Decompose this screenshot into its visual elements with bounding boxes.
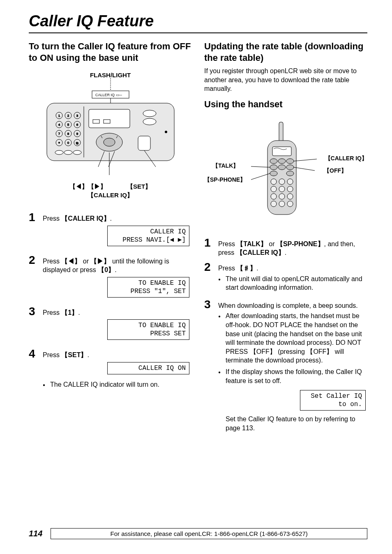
left-step-3: 3 Press 【1】. TO ENABLE IQ PRESS SET: [29, 306, 192, 344]
svg-point-36: [104, 138, 115, 146]
svg-text:⧉: ⧉: [76, 141, 78, 145]
left-step-1: 1 Press 【CALLER IQ】. CALLER IQ PRESS NAV…: [29, 212, 192, 250]
svg-point-66: [287, 194, 293, 199]
step-number: 2: [29, 254, 43, 266]
handset-diagram: 【TALK】 【SP-PHONE】 【CALLER IQ】 【OFF】: [204, 118, 367, 225]
svg-point-54: [278, 165, 286, 170]
assistance-box: For assistance, please call openLCR: 1-8…: [51, 528, 367, 539]
svg-point-58: [271, 179, 277, 185]
caller-iq-indicator-text: CALLER IQ ▭─: [95, 93, 122, 97]
step-number: 3: [29, 306, 43, 317]
right-step-3: 3 When downloading is complete, a beep s…: [204, 299, 367, 433]
svg-point-53: [270, 165, 277, 170]
sp-phone-label: 【SP-PHONE】: [204, 176, 246, 184]
lcd-display: CALLER IQ PRESS NAVI.[◀ ▶]: [107, 226, 189, 246]
svg-point-67: [271, 201, 277, 207]
nav-arrows-label: 【◀】【▶】: [69, 183, 106, 191]
svg-point-62: [279, 186, 285, 192]
svg-line-72: [294, 159, 317, 161]
step-text-after: .: [110, 215, 112, 222]
left-column: To turn the Caller IQ feature from OFF t…: [29, 41, 192, 436]
svg-line-73: [294, 167, 315, 171]
svg-text:7: 7: [58, 132, 60, 136]
talk-label: 【TALK】: [212, 162, 239, 170]
svg-point-42: [165, 131, 167, 133]
right-step-1: 1 Press 【TALK】 or 【SP-PHONE】, and then, …: [204, 237, 367, 257]
step-bullet: The CALLER IQ indicator will turn on.: [50, 380, 192, 389]
svg-text:3: 3: [76, 114, 78, 118]
lcd-display: CALLER IQ ON: [107, 362, 189, 374]
svg-line-71: [251, 173, 270, 180]
set-button-ref: 【SET】: [61, 351, 87, 358]
svg-text:2: 2: [67, 114, 69, 118]
left-step-2: 2 Press 【◀】 or 【▶】 until the following i…: [29, 254, 192, 302]
svg-point-39: [143, 110, 156, 117]
right-heading-2: Using the handset: [204, 99, 367, 110]
lcd-display: TO ENABLE IQ PRESS "1", SET: [107, 277, 189, 298]
svg-point-69: [287, 201, 293, 207]
svg-point-50: [270, 159, 277, 164]
svg-point-28: [55, 150, 63, 155]
step-text: When downloading is complete, a beep sou…: [218, 302, 358, 309]
off-label: 【OFF】: [324, 167, 347, 175]
svg-point-56: [270, 171, 277, 176]
step-text: Press: [43, 309, 61, 316]
step-tail-text: Set the Caller IQ feature to on by refer…: [218, 415, 367, 432]
step-text: Press: [43, 215, 61, 222]
svg-text:1: 1: [58, 114, 60, 118]
svg-point-57: [286, 171, 294, 176]
lcd-display: Set Caller IQ to on.: [300, 390, 366, 411]
flash-light-label: FLASH/LIGHT: [29, 72, 192, 78]
caller-iq-button-ref: 【CALLER IQ】: [61, 215, 110, 222]
svg-rect-32: [89, 109, 130, 128]
step-bullet: The unit will dial to openLCR automatica…: [226, 275, 367, 292]
step-number: 4: [29, 348, 43, 360]
step-number: 3: [204, 299, 218, 310]
step-number: 1: [29, 212, 43, 223]
step-number: 1: [204, 237, 218, 249]
svg-text:9: 9: [76, 132, 78, 136]
svg-point-51: [278, 159, 286, 164]
step-text: Press 【♯】.: [218, 265, 258, 272]
caller-iq-btn-label: 【CALLER IQ】: [29, 192, 192, 199]
two-column-layout: To turn the Caller IQ feature from OFF t…: [29, 41, 367, 436]
svg-point-52: [286, 159, 294, 164]
step-text: Press: [43, 351, 61, 358]
svg-point-40: [143, 118, 156, 125]
svg-rect-47: [279, 122, 283, 143]
svg-point-60: [287, 179, 293, 185]
step-bullet: After downloading starts, the handset mu…: [226, 312, 367, 365]
svg-point-68: [279, 201, 285, 207]
intro-text: If you register through openLCR web site…: [204, 67, 367, 93]
svg-point-65: [279, 194, 285, 199]
one-button-ref: 【1】: [61, 309, 78, 316]
svg-text:6: 6: [76, 123, 78, 127]
right-step-2: 2 Press 【♯】. The unit will dial to openL…: [204, 261, 367, 295]
right-column: Updating the rate table (downloading the…: [204, 41, 367, 436]
svg-point-29: [64, 150, 72, 155]
left-step-4: 4 Press 【SET】. CALLER IQ ON The CALLER I…: [29, 348, 192, 391]
svg-text:8: 8: [67, 132, 69, 136]
right-heading-1: Updating the rate table (downloading the…: [204, 41, 367, 63]
step-bullet: If the display shows the following, the …: [226, 367, 367, 385]
svg-point-55: [286, 165, 294, 170]
step-text-after: .: [87, 351, 89, 358]
lcd-display: TO ENABLE IQ PRESS SET: [107, 319, 189, 340]
svg-text:0: 0: [67, 141, 69, 145]
svg-text:4: 4: [58, 123, 60, 127]
page-footer: 114 For assistance, please call openLCR:…: [29, 528, 367, 539]
svg-point-64: [271, 194, 277, 199]
caller-iq-label: 【CALLER IQ】: [325, 155, 367, 162]
step-text-after: .: [78, 309, 80, 316]
step-text: Press 【TALK】 or 【SP-PHONE】, and then, pr…: [218, 240, 355, 256]
svg-point-63: [287, 186, 293, 192]
page-number: 114: [29, 529, 42, 538]
svg-rect-41: [138, 136, 150, 150]
svg-point-30: [73, 150, 81, 155]
page-title: Caller IQ Feature: [29, 12, 367, 33]
svg-point-59: [279, 179, 285, 185]
svg-point-61: [271, 186, 277, 192]
base-unit-illustration: CALLER IQ ▭─ 1 2 3 4 5 6 7 8 9 ＊ 0: [43, 78, 178, 185]
left-heading: To turn the Caller IQ feature from OFF t…: [29, 41, 192, 63]
set-label: 【SET】: [127, 183, 151, 191]
